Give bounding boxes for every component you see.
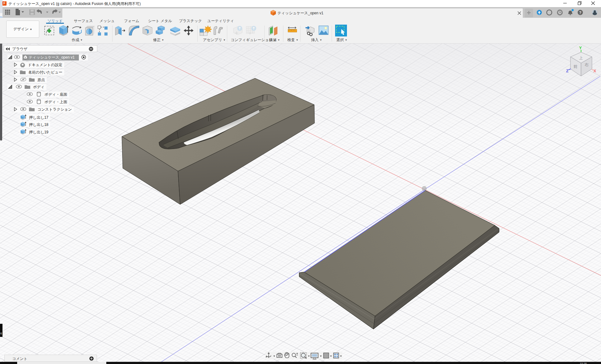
svg-text:Z: Z [566, 69, 569, 73]
svg-text:上: 上 [579, 56, 583, 60]
svg-text:右: 右 [585, 62, 589, 67]
svg-text:?: ? [579, 11, 581, 15]
svg-text:前: 前 [574, 64, 578, 69]
svg-text:X: X [594, 69, 596, 73]
svg-text:Y: Y [579, 46, 582, 50]
